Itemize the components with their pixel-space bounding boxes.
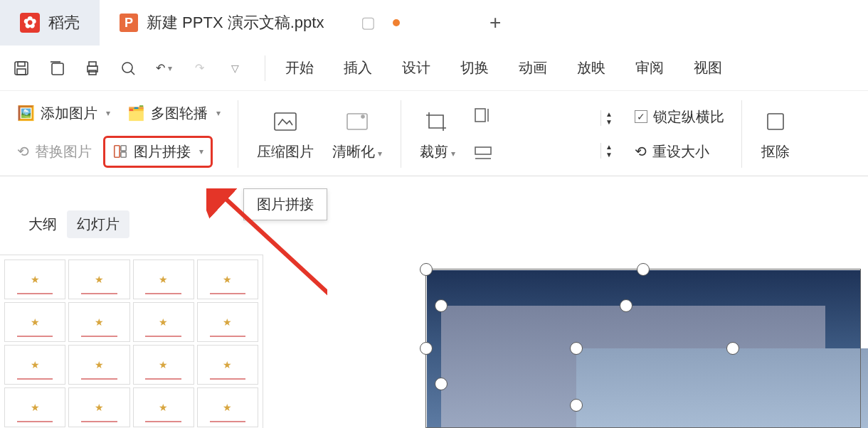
new-tab-button[interactable]: +	[470, 0, 521, 46]
slide-thumb[interactable]	[133, 302, 194, 342]
menu-animation[interactable]: 动画	[519, 58, 547, 77]
panel-tabs: 大纲 幻灯片	[28, 210, 129, 238]
undo-icon[interactable]: ↶▾	[154, 58, 174, 78]
crop-button[interactable]: 裁剪▾	[413, 104, 462, 164]
slide-thumb[interactable]	[133, 387, 194, 427]
multi-carousel-label: 多图轮播	[151, 104, 208, 123]
slide-thumb[interactable]	[4, 302, 65, 342]
resize-handle-icon[interactable]	[570, 399, 583, 412]
compress-image-button[interactable]: 压缩图片	[250, 104, 321, 164]
slide-thumb[interactable]	[133, 345, 194, 385]
document-title: 新建 PPTX 演示文稿.pptx	[147, 12, 324, 33]
resize-handle-icon[interactable]	[435, 378, 448, 390]
slide-thumb[interactable]	[68, 345, 129, 385]
selection-box	[425, 269, 861, 428]
stitch-icon	[112, 144, 128, 159]
add-image-label: 添加图片	[41, 104, 97, 123]
menu-insert[interactable]: 插入	[344, 58, 372, 77]
height-button[interactable]	[467, 141, 499, 166]
panel-tab-slides[interactable]: 幻灯片	[67, 210, 129, 238]
menu-design[interactable]: 设计	[402, 58, 430, 77]
unsaved-dot-icon	[393, 19, 400, 26]
svg-rect-3	[52, 63, 63, 75]
slide-thumb[interactable]	[197, 260, 258, 299]
width-button[interactable]	[467, 103, 499, 127]
slide-thumb[interactable]	[68, 260, 129, 299]
slide-thumbnail-panel[interactable]	[0, 255, 263, 428]
qat-more-icon[interactable]: ▽	[225, 58, 245, 78]
ribbon: 🖼️ 添加图片▾ 🗂️ 多图轮播▾ ⟲ 替换图片 图片拼接▾ 压缩图片 清晰化▾	[0, 91, 868, 176]
resize-handle-icon[interactable]	[420, 342, 433, 355]
menu-slideshow[interactable]: 放映	[577, 58, 605, 77]
slide-thumb[interactable]	[4, 345, 65, 385]
quick-access-and-menu: ↶▾ ↷ ▽ 开始 插入 设计 切换 动画 放映 审阅 视图	[0, 46, 868, 91]
multi-carousel-button[interactable]: 🗂️ 多图轮播▾	[122, 101, 226, 126]
resize-handle-icon[interactable]	[570, 342, 583, 355]
replace-image-label: 替换图片	[35, 142, 92, 161]
menu-view[interactable]: 视图	[694, 58, 722, 77]
slide-thumb[interactable]	[68, 302, 129, 342]
svg-rect-6	[89, 70, 96, 75]
selected-image-stack[interactable]	[413, 263, 861, 428]
slide-canvas[interactable]	[327, 256, 868, 428]
slide-thumb[interactable]	[4, 387, 65, 427]
lock-ratio-checkbox[interactable]: ✓ 锁定纵横比	[629, 105, 730, 129]
slide-thumb[interactable]	[133, 260, 194, 299]
tooltip-label: 图片拼接	[257, 196, 314, 212]
reset-size-label: 重设大小	[652, 142, 709, 161]
panel-tab-outline[interactable]: 大纲	[28, 215, 57, 234]
tab-docer-label: 稻壳	[48, 12, 80, 33]
image-icon: 🖼️	[17, 105, 35, 122]
slide-thumb[interactable]	[68, 387, 129, 427]
crop-icon	[423, 107, 452, 137]
svg-point-13	[361, 115, 364, 118]
image-stitch-label: 图片拼接	[134, 142, 191, 161]
spinner-up-icon[interactable]: ▲	[601, 110, 617, 118]
cutout-icon	[761, 107, 790, 137]
slide-thumb[interactable]	[197, 387, 258, 427]
resize-handle-icon[interactable]	[420, 263, 433, 276]
compress-icon	[270, 107, 300, 137]
docer-logo-icon: ✿	[20, 13, 40, 33]
slide-thumb[interactable]	[197, 302, 258, 342]
redo-icon[interactable]: ↷	[189, 58, 209, 78]
save-as-icon[interactable]	[47, 58, 67, 78]
spinner-up-icon[interactable]: ▲	[601, 143, 617, 151]
print-preview-icon[interactable]	[118, 58, 138, 78]
add-image-button[interactable]: 🖼️ 添加图片▾	[11, 101, 116, 126]
svg-rect-14	[475, 109, 485, 122]
replace-image-button[interactable]: ⟲ 替换图片	[11, 139, 97, 164]
menu-transition[interactable]: 切换	[460, 58, 489, 77]
reset-size-button[interactable]: ⟲ 重设大小	[629, 139, 730, 164]
resize-handle-icon[interactable]	[637, 263, 650, 276]
clarity-icon	[342, 107, 372, 137]
cutout-button[interactable]: 抠除	[753, 104, 790, 164]
lock-ratio-label: 锁定纵横比	[653, 107, 724, 127]
slide-thumb[interactable]	[197, 345, 258, 385]
tab-document[interactable]: P 新建 PPTX 演示文稿.pptx ▢	[100, 0, 470, 46]
group-reset: ✓ 锁定纵横比 ⟲ 重设大小	[629, 95, 730, 173]
width-spinner[interactable]: ▲ ▼	[504, 106, 618, 130]
clarity-button[interactable]: 清晰化▾	[325, 104, 389, 164]
height-spinner[interactable]: ▲ ▼	[504, 139, 618, 163]
menu-review[interactable]: 审阅	[635, 58, 664, 77]
resize-handle-icon[interactable]	[726, 342, 739, 355]
spinner-down-icon[interactable]: ▼	[601, 151, 617, 159]
group-image-source: 🖼️ 添加图片▾ 🗂️ 多图轮播▾ ⟲ 替换图片 图片拼接▾	[11, 95, 226, 173]
image-stitch-button[interactable]: 图片拼接▾	[103, 136, 213, 168]
title-tab-bar: ✿ 稻壳 P 新建 PPTX 演示文稿.pptx ▢ +	[0, 0, 868, 46]
svg-point-7	[122, 63, 132, 73]
slide-thumb[interactable]	[4, 260, 65, 299]
print-icon[interactable]	[83, 58, 102, 78]
reset-icon: ⟲	[635, 143, 647, 160]
save-icon[interactable]	[11, 58, 31, 78]
replace-icon: ⟲	[17, 143, 29, 160]
carousel-icon: 🗂️	[127, 105, 145, 122]
spinner-down-icon[interactable]: ▼	[601, 118, 617, 126]
svg-rect-2	[17, 69, 26, 75]
resize-handle-icon[interactable]	[620, 299, 633, 312]
tab-docer[interactable]: ✿ 稻壳	[0, 0, 100, 46]
resize-handle-icon[interactable]	[435, 299, 448, 312]
menu-start[interactable]: 开始	[285, 58, 314, 77]
checkbox-checked-icon: ✓	[635, 110, 647, 123]
